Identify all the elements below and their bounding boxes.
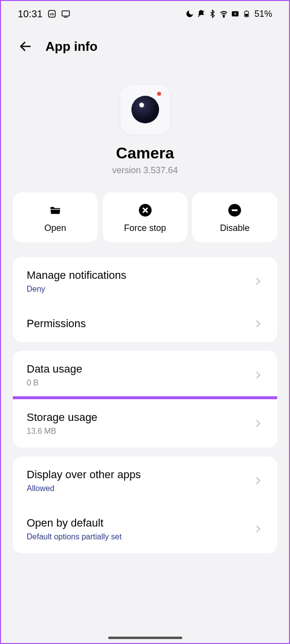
- wifi-icon: [219, 9, 228, 18]
- svg-point-5: [223, 16, 224, 17]
- data-icon: x: [231, 9, 240, 18]
- notifications-title: Manage notifications: [27, 269, 126, 282]
- moon-icon: [185, 9, 194, 18]
- chevron-right-icon: [252, 418, 263, 429]
- data-usage-sub: 0 B: [27, 379, 83, 387]
- display-over-row[interactable]: Display over other apps Allowed: [13, 456, 277, 505]
- disable-label: Disable: [220, 223, 249, 233]
- permissions-row[interactable]: Permissions: [13, 305, 277, 342]
- header: App info: [1, 27, 289, 60]
- chevron-right-icon: [252, 318, 263, 329]
- app-icon: [121, 85, 170, 134]
- storage-usage-row[interactable]: Storage usage 13.6 MB: [13, 396, 277, 448]
- open-default-row[interactable]: Open by default Default options partiall…: [13, 505, 277, 553]
- open-default-sub: Default options partially set: [27, 532, 122, 541]
- data-usage-title: Data usage: [27, 363, 83, 376]
- app-name: Camera: [11, 144, 279, 162]
- bluetooth-icon: [208, 9, 217, 18]
- force-stop-label: Force stop: [124, 223, 166, 233]
- chevron-right-icon: [252, 524, 263, 534]
- force-stop-button[interactable]: Force stop: [103, 192, 188, 242]
- page-title: App info: [45, 39, 97, 54]
- chevron-right-icon: [252, 370, 263, 380]
- storage-sub: 13.6 MB: [27, 427, 97, 436]
- permissions-title: Permissions: [27, 317, 86, 330]
- svg-rect-9: [246, 11, 248, 12]
- open-label: Open: [44, 223, 66, 233]
- battery-percent: 51%: [254, 9, 272, 19]
- chevron-right-icon: [252, 475, 263, 486]
- status-bar: 10:31 cb x 51%: [1, 1, 289, 27]
- disable-button[interactable]: Disable: [192, 192, 277, 242]
- display-over-sub: Allowed: [27, 484, 141, 493]
- svg-text:cb: cb: [50, 12, 54, 16]
- manage-notifications-row[interactable]: Manage notifications Deny: [13, 257, 277, 305]
- back-button[interactable]: [18, 38, 34, 54]
- mute-icon: [197, 9, 206, 18]
- chevron-right-icon: [252, 276, 263, 287]
- storage-title: Storage usage: [27, 411, 97, 424]
- open-default-title: Open by default: [27, 517, 122, 530]
- notifications-sub: Deny: [27, 285, 126, 294]
- app-section: Camera version 3.537.64: [1, 60, 289, 192]
- battery-icon: [242, 9, 251, 18]
- minus-circle-icon: [228, 203, 242, 217]
- list-card-1: Manage notifications Deny Permissions: [13, 257, 277, 342]
- action-row: Open Force stop Disable: [1, 192, 289, 242]
- status-time: 10:31: [18, 8, 42, 20]
- list-card-2: Data usage 0 B Storage usage 13.6 MB: [13, 351, 277, 448]
- open-button[interactable]: Open: [13, 192, 98, 242]
- data-usage-row[interactable]: Data usage 0 B: [13, 351, 277, 399]
- svg-rect-2: [62, 11, 70, 16]
- folder-icon: [48, 203, 62, 217]
- cast-icon: [61, 9, 70, 18]
- list-card-3: Display over other apps Allowed Open by …: [13, 456, 277, 553]
- close-circle-icon: [138, 203, 152, 217]
- display-over-title: Display over other apps: [27, 468, 141, 481]
- app-version: version 3.537.64: [11, 165, 279, 176]
- gesture-bar[interactable]: [108, 637, 182, 639]
- app-badge-icon: cb: [47, 9, 56, 18]
- svg-rect-10: [245, 14, 248, 16]
